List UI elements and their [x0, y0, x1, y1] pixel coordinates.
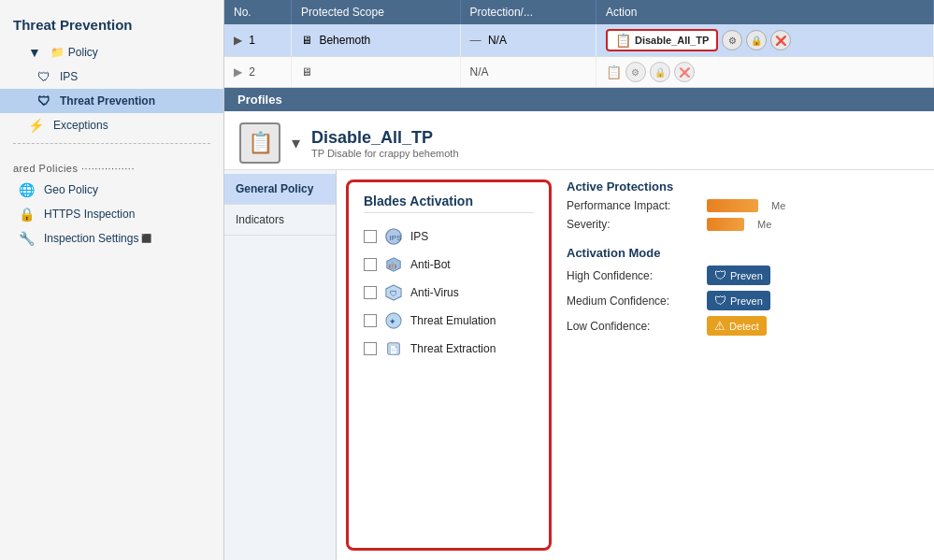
- svg-text:✦: ✦: [389, 317, 396, 326]
- geo-policy-icon: 🌐: [19, 182, 35, 197]
- blade-label-anti-virus: Anti-Virus: [410, 286, 459, 299]
- col-no[interactable]: No.: [224, 0, 292, 24]
- action2-circle-btn-1[interactable]: ⚙: [625, 62, 646, 82]
- sidebar-item-geo-policy[interactable]: 🌐 Geo Policy: [0, 178, 223, 202]
- https-inspection-icon: 🔒: [19, 207, 35, 222]
- tab-indicators[interactable]: Indicators: [224, 205, 336, 236]
- exceptions-icon: ⚡: [28, 118, 44, 133]
- blade-item-threat-emulation: ✦ Threat Emulation: [364, 307, 534, 335]
- inspection-settings-badge: ⬛: [141, 234, 151, 243]
- profile-title-row: 📋 ▾ Disable_All_TP TP Disable for crappy…: [224, 111, 934, 170]
- profile-name: Disable_All_TP: [311, 128, 459, 148]
- sidebar-item-inspection-settings-label: Inspection Settings: [44, 232, 138, 245]
- action-circle-btn-1[interactable]: ⚙: [722, 30, 742, 50]
- performance-impact-label: Performance Impact:: [567, 199, 697, 212]
- severity-row: Severity: Me: [567, 218, 925, 231]
- threat-extraction-checkbox[interactable]: [364, 342, 377, 355]
- threat-extraction-blade-icon: 📄: [384, 339, 403, 358]
- profile-body: General Policy Indicators Blades Activat…: [224, 170, 934, 560]
- col-protected-scope[interactable]: Protected Scope: [292, 0, 461, 24]
- anti-bot-checkbox[interactable]: [364, 258, 377, 271]
- svg-text:🤖: 🤖: [389, 262, 396, 269]
- severity-value: Me: [757, 219, 771, 230]
- medium-confidence-row: Medium Confidence: 🛡 Preven: [567, 291, 925, 310]
- scope2-computer-icon: 🖥: [301, 65, 312, 79]
- scope-computer-icon: 🖥: [301, 34, 312, 47]
- activation-mode-title: Activation Mode: [567, 246, 925, 260]
- action-circle-btn-2[interactable]: 🔒: [746, 30, 767, 50]
- ips-blade-icon: IPS: [384, 227, 403, 246]
- main-content: No. Protected Scope Protection/... Actio…: [224, 0, 934, 560]
- sidebar-item-policy-label: Policy: [68, 46, 98, 59]
- action-btn-icon: 📋: [615, 33, 631, 48]
- performance-impact-value: Me: [771, 200, 785, 211]
- svg-text:📄: 📄: [389, 345, 399, 355]
- ips-checkbox[interactable]: [364, 230, 377, 243]
- sidebar-item-threat-prevention[interactable]: 🛡 Threat Prevention: [0, 89, 223, 113]
- medium-confidence-btn-icon: 🛡: [714, 294, 726, 308]
- threat-emulation-checkbox[interactable]: [364, 314, 377, 327]
- profile-content: Blades Activation IPS IPS: [337, 170, 934, 560]
- active-protections-section: Active Protections Performance Impact: M…: [567, 179, 925, 237]
- row-expand-icon: ▶: [234, 34, 242, 47]
- sidebar-item-exceptions-label: Exceptions: [53, 119, 108, 132]
- high-confidence-row: High Confidence: 🛡 Preven: [567, 266, 925, 285]
- anti-bot-blade-icon: 🤖: [384, 255, 403, 274]
- performance-impact-row: Performance Impact: Me: [567, 199, 925, 212]
- blades-title: Blades Activation: [364, 194, 534, 213]
- action2-circle-btn-3[interactable]: ❌: [674, 62, 695, 82]
- cell-protection: — N/A: [460, 24, 596, 57]
- sidebar: Threat Prevention ▼ 📁 Policy 🛡 IPS 🛡 Thr…: [0, 0, 224, 560]
- anti-virus-blade-icon: 🛡: [384, 283, 403, 302]
- blade-label-ips: IPS: [410, 230, 428, 243]
- sidebar-item-https-inspection[interactable]: 🔒 HTTPS Inspection: [0, 202, 223, 226]
- anti-virus-checkbox[interactable]: [364, 286, 377, 299]
- low-confidence-row: Low Confidence: ⚠ Detect: [567, 316, 925, 336]
- severity-bar: [707, 218, 744, 231]
- high-confidence-btn[interactable]: 🛡 Preven: [707, 266, 770, 285]
- col-protection[interactable]: Protection/...: [460, 0, 596, 24]
- blade-label-threat-extraction: Threat Extraction: [410, 342, 496, 355]
- cell-protection-2: N/A: [460, 57, 596, 88]
- action-circle-btn-3[interactable]: ❌: [770, 30, 791, 50]
- profile-dropdown-arrow[interactable]: ▾: [292, 133, 300, 153]
- low-confidence-label: Low Confidence:: [567, 320, 697, 333]
- right-panel: Active Protections Performance Impact: M…: [567, 179, 925, 551]
- cell-scope: 🖥 Behemoth: [292, 24, 461, 57]
- sidebar-item-policy[interactable]: ▼ 📁 Policy: [0, 40, 223, 65]
- threat-emulation-blade-icon: ✦: [384, 311, 403, 330]
- performance-impact-bar: [707, 199, 758, 212]
- cell-no: ▶ 1: [224, 24, 292, 57]
- table-row[interactable]: ▶ 2 🖥 N/A 📋 ⚙ 🔒 ❌: [224, 57, 934, 88]
- cell-no-2: ▶ 2: [224, 57, 292, 88]
- policy-table: No. Protected Scope Protection/... Actio…: [224, 0, 934, 88]
- sidebar-item-exceptions[interactable]: ⚡ Exceptions: [0, 113, 223, 137]
- medium-confidence-btn[interactable]: 🛡 Preven: [707, 291, 770, 310]
- high-confidence-btn-icon: 🛡: [714, 268, 726, 282]
- sidebar-item-threat-prevention-label: Threat Prevention: [60, 94, 155, 108]
- inspection-settings-icon: 🔧: [19, 231, 35, 246]
- action-cell-2: 📋 ⚙ 🔒 ❌: [606, 62, 924, 82]
- tab-general-policy[interactable]: General Policy: [224, 174, 336, 205]
- cell-action: 📋 Disable_All_TP ⚙ 🔒 ❌: [596, 24, 933, 57]
- disable-all-tp-button[interactable]: 📋 Disable_All_TP: [606, 29, 718, 51]
- blade-item-anti-bot: 🤖 Anti-Bot: [364, 251, 534, 279]
- policy-table-area: No. Protected Scope Protection/... Actio…: [224, 0, 934, 88]
- sidebar-item-inspection-settings[interactable]: 🔧 Inspection Settings ⬛: [0, 226, 223, 251]
- profiles-header: Profiles: [224, 88, 934, 111]
- low-confidence-btn[interactable]: ⚠ Detect: [707, 316, 767, 336]
- profile-doc-icon: 📋: [248, 131, 273, 155]
- profile-detail: 📋 ▾ Disable_All_TP TP Disable for crappy…: [224, 111, 934, 560]
- cell-scope-2: 🖥: [292, 57, 461, 88]
- profiles-panel: Profiles 📋 ▾ Disable_All_TP TP Disable f…: [224, 88, 934, 560]
- shared-policies-title: ared Policies ················: [0, 150, 223, 178]
- svg-text:IPS: IPS: [390, 234, 403, 242]
- table-row[interactable]: ▶ 1 🖥 Behemoth — N/A 📋: [224, 24, 934, 57]
- profile-tabs: General Policy Indicators: [224, 170, 337, 560]
- action2-circle-btn-2[interactable]: 🔒: [650, 62, 670, 82]
- action2-icon: 📋: [606, 65, 622, 79]
- sidebar-divider: [13, 143, 210, 144]
- sidebar-item-ips[interactable]: 🛡 IPS: [0, 65, 223, 89]
- col-action[interactable]: Action: [596, 0, 933, 24]
- profile-title-text: Disable_All_TP TP Disable for crappy beh…: [311, 128, 459, 159]
